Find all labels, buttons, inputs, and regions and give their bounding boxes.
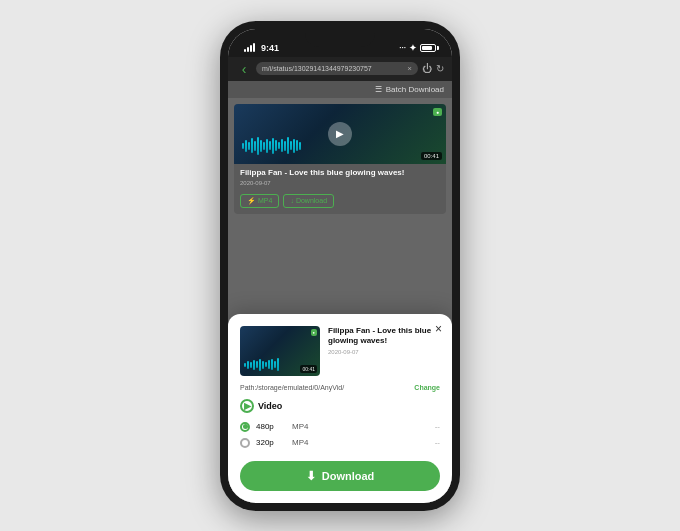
url-bar[interactable]: m/i/status/13029141344979230757 × (256, 62, 418, 75)
sheet-video-row: 00:41 ● Filippa Fan - Love this blue glo… (240, 326, 440, 376)
duration-badge: 00:41 (421, 152, 442, 160)
wb7 (260, 140, 262, 152)
sheet-info: Filippa Fan - Love this blue glowing wav… (328, 326, 440, 376)
sheet-green-badge: ● (311, 329, 317, 336)
quality-row-320p[interactable]: 320p MP4 -- (240, 435, 440, 451)
sw11 (274, 361, 276, 368)
signal-bars (244, 43, 255, 52)
phone-device: 9:41 ··· ✦ ‹ m/i/status/1302914134497923… (220, 21, 460, 511)
quality-section-title: ▶ Video (240, 399, 440, 413)
mp4-button[interactable]: ⚡ MP4 (240, 194, 279, 208)
play-button[interactable]: ▶ (328, 122, 352, 146)
wb9 (266, 139, 268, 153)
url-text: m/i/status/13029141344979230757 (262, 65, 372, 72)
quality-480p-size: -- (435, 422, 440, 431)
wb20 (299, 142, 301, 150)
batch-download-bar: ☰ Batch Download (228, 81, 452, 98)
status-right: ··· ✦ (399, 43, 436, 53)
sw1 (244, 363, 246, 367)
wb1 (242, 143, 244, 149)
batch-download-label[interactable]: Batch Download (386, 85, 444, 94)
download-button[interactable]: ⬇ Download (240, 461, 440, 491)
video-info: Filippa Fan - Love this blue glowing wav… (234, 164, 446, 190)
browser-bar: ‹ m/i/status/13029141344979230757 × ⏻ ↻ (228, 57, 452, 81)
sw5 (256, 361, 258, 368)
download-btn-label: Download (322, 470, 375, 482)
sheet-duration-badge: 00:41 (300, 365, 317, 373)
quality-section: ▶ Video 480p MP4 -- 320p MP4 (240, 399, 440, 451)
video-icon: ▶ (240, 399, 254, 413)
video-card: ▶ ● 00:41 Filippa Fan - Love this blue g… (234, 104, 446, 214)
dots-icon: ··· (399, 43, 406, 52)
quality-320p-label: 320p (256, 438, 286, 447)
wb19 (296, 140, 298, 151)
wb17 (290, 141, 292, 150)
change-button[interactable]: Change (414, 384, 440, 391)
quality-320p-size: -- (435, 438, 440, 447)
battery-icon (420, 44, 436, 52)
wb8 (263, 142, 265, 150)
batch-icon: ☰ (375, 85, 382, 94)
green-badge: ● (433, 108, 442, 116)
wb15 (284, 141, 286, 151)
signal-bar-3 (250, 45, 252, 52)
video-thumbnail: ▶ ● 00:41 (234, 104, 446, 164)
wb11 (272, 138, 274, 154)
wb10 (269, 141, 271, 150)
radio-480p[interactable] (240, 422, 250, 432)
sw2 (247, 361, 249, 369)
sw9 (268, 360, 270, 369)
refresh-icon[interactable]: ↻ (436, 63, 444, 74)
signal-bar-4 (253, 43, 255, 52)
browser-actions: ⏻ ↻ (422, 63, 444, 74)
download-icon-small: ↓ (290, 197, 294, 204)
bluetooth-icon: ✦ (409, 43, 417, 53)
url-clear-icon[interactable]: × (407, 64, 412, 73)
path-text: Path:/storage/emulated/0/AnyVid/ (240, 384, 344, 391)
status-time: 9:41 (261, 43, 279, 53)
signal-bar-2 (247, 47, 249, 52)
video-date: 2020-09-07 (240, 180, 440, 186)
wb16 (287, 137, 289, 154)
lightning-icon: ⚡ (247, 197, 256, 205)
sw6 (259, 359, 261, 371)
path-row: Path:/storage/emulated/0/AnyVid/ Change (240, 384, 440, 391)
sw3 (250, 362, 252, 368)
wb3 (248, 142, 250, 150)
video-actions: ⚡ MP4 ↓ Download (234, 190, 446, 214)
main-content: ☰ Batch Download (228, 81, 452, 503)
download-btn-icon: ⬇ (306, 469, 316, 483)
sw12 (277, 358, 279, 371)
sheet-close-icon[interactable]: × (435, 322, 442, 336)
sw8 (265, 362, 267, 367)
radio-480p-fill (243, 424, 248, 429)
battery-fill (422, 46, 432, 50)
bottom-sheet: × (228, 314, 452, 503)
quality-320p-format: MP4 (292, 438, 429, 447)
signal-bar-1 (244, 49, 246, 52)
status-left: 9:41 (244, 43, 279, 53)
sheet-video-title: Filippa Fan - Love this blue glowing wav… (328, 326, 440, 347)
quality-row-480p[interactable]: 480p MP4 -- (240, 419, 440, 435)
quality-480p-format: MP4 (292, 422, 429, 431)
wb12 (275, 140, 277, 151)
wb14 (281, 139, 283, 152)
wb18 (293, 139, 295, 153)
sw4 (253, 360, 255, 370)
wb5 (254, 141, 256, 151)
sheet-thumbnail: 00:41 ● (240, 326, 320, 376)
wb2 (245, 140, 247, 152)
power-icon[interactable]: ⏻ (422, 63, 432, 74)
download-button-card[interactable]: ↓ Download (283, 194, 334, 208)
phone-notch (305, 29, 375, 47)
sw10 (271, 359, 273, 370)
sheet-video-date: 2020-09-07 (328, 349, 440, 355)
phone-screen: 9:41 ··· ✦ ‹ m/i/status/1302914134497923… (228, 29, 452, 503)
video-title: Filippa Fan - Love this blue glowing wav… (240, 168, 440, 178)
radio-320p[interactable] (240, 438, 250, 448)
wb6 (257, 137, 259, 155)
wb4 (251, 138, 253, 153)
wb13 (278, 142, 280, 149)
back-button[interactable]: ‹ (236, 61, 252, 77)
sw7 (262, 361, 264, 369)
